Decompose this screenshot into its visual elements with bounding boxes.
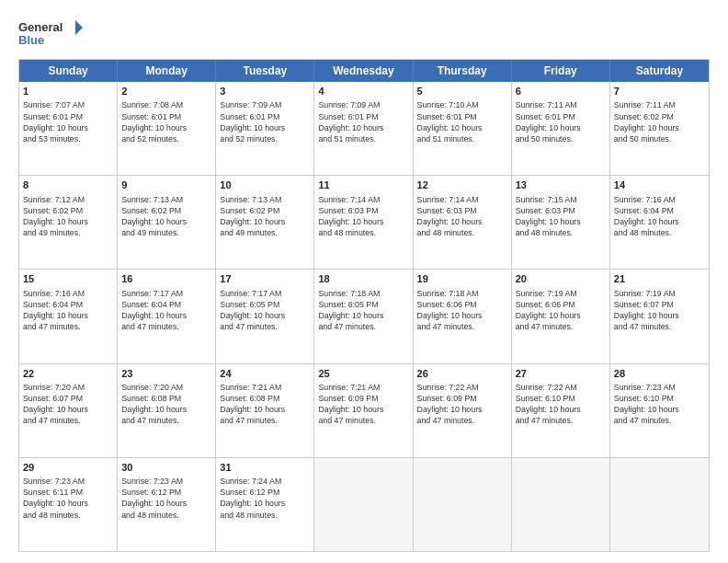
cell-line: Sunrise: 7:23 AM (121, 476, 211, 487)
cell-line: Sunrise: 7:19 AM (516, 288, 606, 299)
cell-line: Sunset: 6:05 PM (220, 299, 310, 310)
cell-line: and 53 minutes. (23, 133, 113, 144)
cell-line: Sunset: 6:01 PM (220, 111, 310, 122)
calendar-page: General Blue SundayMondayTuesdayWednesda… (0, 0, 728, 563)
calendar-cell: 5Sunrise: 7:10 AMSunset: 6:01 PMDaylight… (414, 82, 512, 175)
cell-line: Sunset: 6:01 PM (516, 111, 606, 122)
cell-line: and 49 minutes. (121, 227, 211, 238)
calendar-cell: 10Sunrise: 7:13 AMSunset: 6:02 PMDayligh… (216, 176, 314, 269)
day-number: 17 (220, 272, 310, 286)
cell-line: and 49 minutes. (23, 227, 113, 238)
cell-line: Daylight: 10 hours (614, 310, 705, 321)
cell-line: Sunset: 6:09 PM (318, 393, 408, 404)
day-number: 18 (318, 272, 408, 286)
day-number: 20 (516, 272, 606, 286)
day-header-tuesday: Tuesday (216, 60, 314, 82)
cell-line: Sunrise: 7:23 AM (23, 476, 113, 487)
cell-line: Sunrise: 7:14 AM (417, 194, 507, 205)
cell-line: Sunset: 6:06 PM (417, 299, 507, 310)
cell-line: Sunset: 6:01 PM (318, 111, 408, 122)
day-number: 7 (614, 85, 705, 98)
cell-line: Daylight: 10 hours (23, 122, 113, 133)
calendar-cell: 29Sunrise: 7:23 AMSunset: 6:11 PMDayligh… (19, 458, 118, 551)
calendar-cell: 26Sunrise: 7:22 AMSunset: 6:09 PMDayligh… (414, 364, 512, 457)
cell-line: Sunrise: 7:21 AM (220, 382, 310, 393)
day-header-friday: Friday (512, 60, 610, 82)
cell-line: and 47 minutes. (614, 321, 705, 332)
cell-line: and 47 minutes. (417, 321, 507, 332)
cell-line: and 48 minutes. (318, 227, 408, 238)
cell-line: Daylight: 10 hours (220, 498, 310, 509)
cell-line: Daylight: 10 hours (417, 404, 507, 415)
calendar-cell (512, 458, 610, 551)
cell-line: Sunset: 6:06 PM (516, 299, 606, 310)
cell-line: Daylight: 10 hours (318, 404, 408, 415)
calendar-cell: 9Sunrise: 7:13 AMSunset: 6:02 PMDaylight… (118, 176, 216, 269)
day-number: 15 (23, 272, 113, 286)
svg-marker-2 (75, 20, 83, 35)
day-header-wednesday: Wednesday (314, 60, 413, 82)
cell-line: and 49 minutes. (220, 227, 310, 238)
day-number: 13 (516, 178, 606, 192)
cell-line: and 47 minutes. (318, 321, 408, 332)
cell-line: Sunset: 6:10 PM (614, 393, 705, 404)
cell-line: Daylight: 10 hours (220, 122, 310, 133)
cell-line: Sunrise: 7:14 AM (318, 194, 408, 205)
calendar-header-row: SundayMondayTuesdayWednesdayThursdayFrid… (19, 60, 709, 82)
day-header-monday: Monday (118, 60, 216, 82)
cell-line: Daylight: 10 hours (121, 498, 211, 509)
calendar-cell: 19Sunrise: 7:18 AMSunset: 6:06 PMDayligh… (414, 270, 512, 362)
cell-line: Sunrise: 7:17 AM (220, 288, 310, 299)
cell-line: Sunrise: 7:15 AM (516, 194, 606, 205)
cell-line: Daylight: 10 hours (23, 310, 113, 321)
cell-line: Daylight: 10 hours (516, 310, 606, 321)
cell-line: Sunset: 6:09 PM (417, 393, 507, 404)
cell-line: Daylight: 10 hours (516, 404, 606, 415)
cell-line: Daylight: 10 hours (220, 310, 310, 321)
cell-line: Sunrise: 7:20 AM (121, 382, 211, 393)
cell-line: Sunset: 6:12 PM (121, 487, 211, 498)
day-number: 9 (121, 178, 211, 192)
cell-line: Daylight: 10 hours (121, 216, 211, 227)
day-number: 8 (23, 178, 113, 192)
calendar-cell: 7Sunrise: 7:11 AMSunset: 6:02 PMDaylight… (610, 82, 709, 175)
cell-line: Sunrise: 7:07 AM (23, 99, 113, 110)
day-number: 1 (23, 85, 113, 98)
day-number: 29 (23, 461, 113, 475)
cell-line: Sunset: 6:04 PM (23, 299, 113, 310)
cell-line: Sunset: 6:02 PM (23, 205, 113, 216)
day-number: 10 (220, 178, 310, 192)
calendar-cell: 27Sunrise: 7:22 AMSunset: 6:10 PMDayligh… (512, 364, 610, 457)
cell-line: Sunrise: 7:10 AM (417, 99, 507, 110)
cell-line: and 47 minutes. (23, 321, 113, 332)
cell-line: and 51 minutes. (417, 133, 507, 144)
cell-line: Daylight: 10 hours (220, 404, 310, 415)
cell-line: Sunset: 6:01 PM (121, 111, 211, 122)
day-number: 11 (318, 178, 408, 192)
day-number: 5 (417, 85, 507, 98)
cell-line: Sunset: 6:08 PM (220, 393, 310, 404)
cell-line: and 52 minutes. (220, 133, 310, 144)
calendar-cell: 1Sunrise: 7:07 AMSunset: 6:01 PMDaylight… (19, 82, 118, 175)
svg-text:General: General (18, 20, 63, 34)
calendar-cell: 30Sunrise: 7:23 AMSunset: 6:12 PMDayligh… (118, 458, 216, 551)
calendar-week-2: 8Sunrise: 7:12 AMSunset: 6:02 PMDaylight… (19, 176, 709, 270)
day-number: 26 (417, 367, 507, 381)
day-number: 24 (220, 367, 310, 381)
day-number: 14 (614, 178, 705, 192)
cell-line: and 48 minutes. (121, 510, 211, 521)
day-number: 12 (417, 178, 507, 192)
cell-line: Sunrise: 7:18 AM (417, 288, 507, 299)
cell-line: Sunrise: 7:23 AM (614, 382, 705, 393)
cell-line: Daylight: 10 hours (614, 404, 705, 415)
day-header-thursday: Thursday (414, 60, 512, 82)
calendar: SundayMondayTuesdayWednesdayThursdayFrid… (18, 59, 710, 552)
cell-line: Sunrise: 7:21 AM (318, 382, 408, 393)
cell-line: and 47 minutes. (121, 321, 211, 332)
cell-line: and 47 minutes. (318, 415, 408, 426)
cell-line: and 48 minutes. (220, 510, 310, 521)
day-number: 4 (318, 85, 408, 98)
day-number: 16 (121, 272, 211, 286)
day-number: 6 (516, 85, 606, 98)
calendar-cell: 12Sunrise: 7:14 AMSunset: 6:03 PMDayligh… (414, 176, 512, 269)
